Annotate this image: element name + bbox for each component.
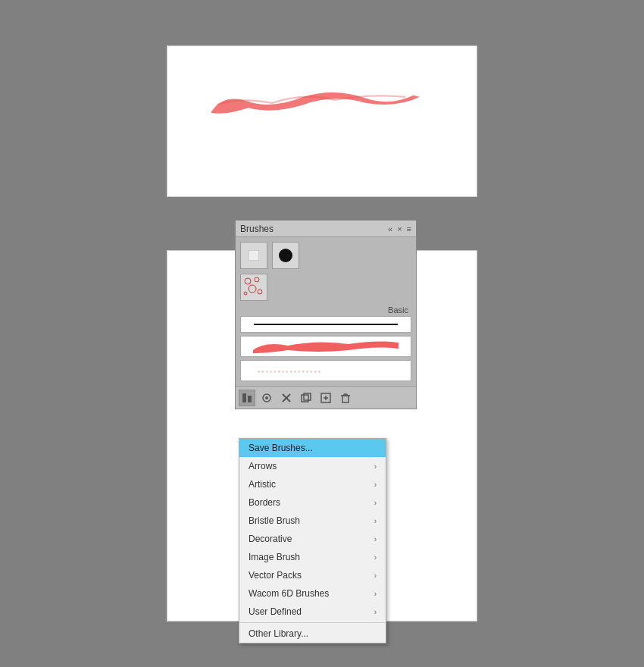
menu-item-arrows[interactable]: Arrows › (239, 457, 386, 475)
delete-svg (281, 393, 292, 403)
scattered-preview-svg: * * * * * * * * * * * * * * * * · · · · … (241, 361, 411, 380)
brush-label-row: Basic (240, 305, 411, 315)
titlebar-controls: « × ≡ (388, 224, 411, 233)
menu-item-bristle[interactable]: Bristle Brush › (239, 512, 386, 530)
brush-row (240, 242, 411, 269)
menu-divider (239, 622, 386, 623)
borders-label: Borders (249, 497, 374, 508)
new-brush-svg (320, 393, 331, 403)
brush-stroke-top (209, 77, 421, 126)
artistic-arrow: › (374, 481, 377, 489)
menu-item-other-library[interactable]: Other Library... (239, 625, 386, 643)
menu-item-image-brush[interactable]: Image Brush › (239, 548, 386, 566)
artistic-label: Artistic (249, 479, 374, 490)
user-defined-label: User Defined (249, 606, 374, 617)
menu-item-wacom[interactable]: Wacom 6D Brushes › (239, 584, 386, 603)
wacom-arrow: › (374, 590, 377, 598)
brushes-titlebar: Brushes « × ≡ (236, 221, 416, 237)
menu-item-decorative[interactable]: Decorative › (239, 530, 386, 548)
arrows-arrow: › (374, 462, 377, 471)
brush-item-scatter[interactable] (240, 274, 267, 301)
brush-item-circle[interactable] (272, 242, 299, 269)
line-preview-svg (241, 317, 411, 332)
svg-point-3 (258, 290, 262, 294)
menu-item-user-defined[interactable]: User Defined › (239, 603, 386, 621)
decorative-label: Decorative (249, 534, 374, 544)
scatter-brush-preview (242, 275, 266, 299)
svg-point-4 (244, 292, 247, 295)
circle-brush-icon (279, 249, 292, 262)
brush-scatter-row (240, 274, 411, 301)
menu-item-borders[interactable]: Borders › (239, 493, 386, 512)
svg-text:· · · · · · · · · · · · · · · : · · · · · · · · · · · · · · · · · (253, 365, 295, 369)
vector-packs-arrow: › (374, 571, 377, 580)
duplicate-icon[interactable] (298, 390, 314, 406)
close-button[interactable]: × (397, 224, 402, 233)
borders-arrow: › (374, 499, 377, 507)
bristle-arrow: › (374, 517, 377, 525)
canvas-top (167, 45, 477, 197)
brush-item-square[interactable] (240, 242, 267, 269)
brush-options-icon[interactable] (258, 390, 275, 406)
brush-preview-scattered: * * * * * * * * * * * * * * * * · · · · … (240, 360, 411, 381)
trash-svg (340, 393, 351, 403)
decorative-arrow: › (374, 535, 377, 543)
trash-icon[interactable] (337, 390, 354, 406)
wacom-label: Wacom 6D Brushes (249, 588, 374, 599)
brush-preview-red (240, 336, 411, 357)
svg-rect-8 (242, 393, 246, 402)
brushes-panel-title: Brushes (240, 224, 274, 234)
brushes-content: Basic * * * * * * * * * * * * * * * * · … (236, 237, 416, 386)
brush-library-icon[interactable] (239, 390, 255, 406)
brush-lib-svg (241, 392, 253, 404)
svg-point-11 (265, 396, 268, 399)
square-brush-icon (249, 250, 259, 261)
new-brush-icon[interactable] (317, 390, 334, 406)
svg-text:* * * * * * * * * * * * * * * : * * * * * * * * * * * * * * * * (258, 369, 320, 376)
svg-rect-9 (248, 396, 252, 402)
svg-rect-19 (342, 396, 349, 402)
user-defined-arrow: › (374, 608, 377, 616)
panel-menu-button[interactable]: ≡ (407, 224, 411, 233)
red-preview-svg (241, 337, 411, 356)
svg-point-2 (249, 285, 256, 293)
dropdown-menu: Save Brushes... Arrows › Artistic › Bord… (239, 438, 386, 644)
image-brush-label: Image Brush (249, 552, 374, 562)
other-library-label: Other Library... (249, 628, 308, 639)
vector-packs-label: Vector Packs (249, 570, 374, 581)
svg-point-0 (245, 278, 251, 284)
delete-icon[interactable] (278, 390, 295, 406)
brushes-panel: Brushes « × ≡ (235, 220, 417, 409)
menu-item-vector-packs[interactable]: Vector Packs › (239, 566, 386, 584)
duplicate-svg (301, 393, 311, 403)
menu-item-artistic[interactable]: Artistic › (239, 475, 386, 493)
save-brushes-label: Save Brushes... (249, 443, 313, 453)
collapse-button[interactable]: « (388, 224, 392, 233)
svg-point-1 (255, 277, 259, 282)
bristle-label: Bristle Brush (249, 515, 374, 526)
panel-toolbar (236, 386, 416, 409)
image-brush-arrow: › (374, 553, 377, 562)
arrows-label: Arrows (249, 461, 374, 471)
brush-line-preview (240, 316, 411, 333)
basic-label: Basic (388, 305, 408, 315)
brush-options-svg (261, 392, 273, 404)
save-brushes-item[interactable]: Save Brushes... (239, 439, 386, 457)
